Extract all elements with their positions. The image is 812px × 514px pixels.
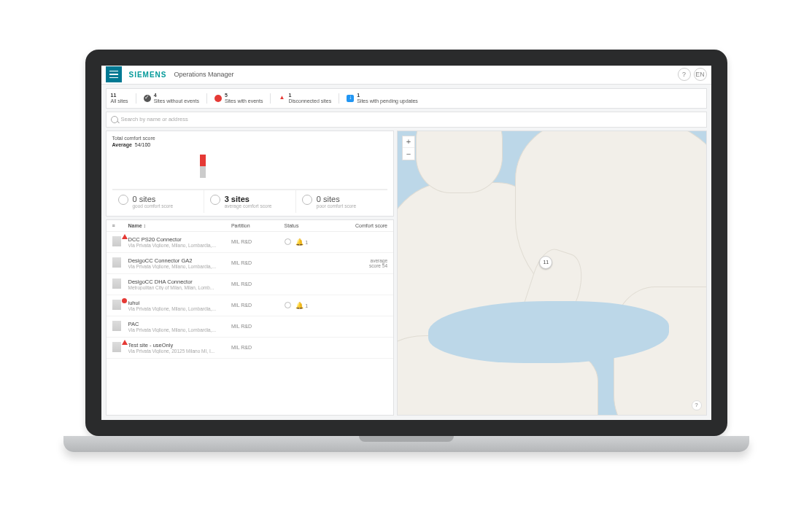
site-name: iuhui — [128, 300, 228, 306]
filter-bar: 11All sites ✓ 4Sites without events 5Sit… — [106, 88, 707, 109]
filter-without-events[interactable]: ✓ 4Sites without events — [144, 93, 199, 104]
avg-score-card[interactable]: 3 sitesaverage comfort score — [204, 190, 295, 213]
map-land — [416, 131, 502, 194]
site-status: 🔔 1 — [285, 238, 335, 246]
col-status[interactable]: Status — [285, 223, 335, 228]
table-row[interactable]: PACVia Privata Viglione, Milano, Lombard… — [107, 316, 394, 338]
sites-table: ≡ Name ↕ Partition Status Comfort score … — [106, 219, 395, 416]
table-row[interactable]: iuhuiVia Privata Viglione, Milano, Lomba… — [107, 295, 394, 316]
site-address: Via Privata Viglione, 20125 Milano MI, I… — [128, 348, 228, 354]
building-icon — [112, 342, 121, 352]
zoom-in-button[interactable]: + — [403, 136, 414, 148]
alert-triangle-icon — [122, 340, 128, 345]
table-row[interactable]: Test site - useOnlyVia Privata Viglione,… — [107, 338, 394, 359]
site-name: DesigoCC Connector GA2 — [128, 257, 228, 264]
site-partition: MIL R&D — [231, 260, 282, 265]
search-bar[interactable] — [106, 112, 707, 128]
laptop-base — [63, 436, 749, 452]
search-icon — [111, 116, 118, 123]
map-sea — [428, 301, 669, 364]
app-title: Operations Manager — [174, 71, 234, 78]
clock-icon — [285, 302, 291, 308]
help-icon[interactable]: ? — [678, 68, 691, 81]
bell-icon: 🔔 1 — [295, 238, 308, 246]
bell-icon: 🔔 1 — [295, 302, 308, 309]
top-bar: SIEMENS Operations Manager ? EN — [101, 66, 711, 85]
site-address: Via Privata Viglione, Milano, Lombardia,… — [128, 327, 228, 332]
table-row[interactable]: DesigoCC Connector GA2Via Privata Viglio… — [107, 253, 394, 274]
screen-bezel: SIEMENS Operations Manager ? EN 11All si… — [85, 50, 727, 436]
building-icon — [112, 236, 121, 246]
brand-logo: SIEMENS — [129, 71, 167, 79]
search-input[interactable] — [121, 116, 702, 122]
comfort-title: Total comfort score — [112, 136, 388, 141]
frown-icon — [302, 195, 312, 205]
site-partition: MIL R&D — [231, 324, 282, 329]
zoom-out-button[interactable]: − — [403, 148, 414, 160]
filter-pending-updates[interactable]: ↓ 1Sites with pending updates — [347, 93, 418, 104]
alert-dot-icon — [122, 298, 127, 303]
comfort-average: Average 54/100 — [112, 142, 388, 147]
language-badge[interactable]: EN — [694, 68, 707, 81]
site-status: 🔔 1 — [285, 302, 335, 309]
left-column: Total comfort score Average 54/100 0 sit… — [106, 131, 395, 416]
site-partition: MIL R&D — [231, 303, 282, 308]
filter-disconnected[interactable]: ▲ 1Disconnected sites — [278, 93, 331, 104]
gauge-needle — [200, 155, 206, 178]
site-name: DesigoCC DHA Connector — [128, 279, 228, 285]
red-dot-icon — [214, 95, 222, 102]
site-partition: MIL R&D — [231, 239, 282, 244]
building-icon — [112, 257, 121, 268]
site-name: DCC PS20 Connector — [128, 236, 228, 243]
map-help-icon[interactable]: ? — [692, 400, 702, 410]
app-screen: SIEMENS Operations Manager ? EN 11All si… — [101, 66, 711, 420]
site-address: Via Privata Viglione, Milano, Lombardia,… — [128, 264, 228, 269]
map-panel[interactable]: + − 11 ? — [397, 131, 706, 416]
filter-all-sites[interactable]: 11All sites — [111, 93, 128, 104]
smile-icon — [118, 195, 128, 205]
site-name: Test site - useOnly — [128, 342, 228, 348]
map-zoom-controls: + − — [402, 136, 415, 160]
table-header: ≡ Name ↕ Partition Status Comfort score — [107, 220, 394, 232]
site-name: PAC — [128, 321, 228, 327]
site-address: Via Privata Viglione, Milano, Lombardia,… — [128, 243, 228, 248]
col-partition[interactable]: Partition — [231, 223, 282, 228]
site-partition: MIL R&D — [231, 345, 282, 350]
table-row[interactable]: DCC PS20 ConnectorVia Privata Viglione, … — [107, 232, 394, 253]
building-icon — [112, 279, 121, 289]
building-icon — [112, 300, 121, 310]
neutral-icon — [210, 195, 220, 205]
map-cluster-marker[interactable]: 11 — [539, 256, 552, 269]
site-partition: MIL R&D — [231, 281, 282, 287]
filter-with-events[interactable]: 5Sites with events — [214, 93, 263, 104]
laptop-frame: SIEMENS Operations Manager ? EN 11All si… — [63, 50, 749, 465]
table-row[interactable]: DesigoCC DHA ConnectorMetropolitan City … — [107, 274, 394, 295]
site-address: Metropolitan City of Milan, Milan, Lomb.… — [128, 285, 228, 290]
good-score-card[interactable]: 0 sitesgood comfort score — [112, 190, 204, 213]
poor-score-card[interactable]: 0 sitespoor comfort score — [295, 190, 387, 213]
warning-icon: ▲ — [278, 95, 285, 102]
col-comfort[interactable]: Comfort score — [337, 223, 387, 228]
col-name[interactable]: Name ↕ — [128, 223, 228, 228]
check-icon: ✓ — [144, 95, 151, 102]
clock-icon — [285, 238, 291, 245]
main-area: Total comfort score Average 54/100 0 sit… — [101, 131, 711, 420]
pending-icon: ↓ — [347, 95, 354, 102]
filter-icon[interactable]: ≡ — [112, 223, 125, 228]
comfort-score-card: Total comfort score Average 54/100 0 sit… — [106, 131, 395, 217]
camera-dot — [403, 55, 409, 61]
site-comfort: averagescore 54 — [337, 258, 387, 268]
site-address: Via Privata Viglione, Milano, Lombardia,… — [128, 306, 228, 311]
comfort-gauge — [112, 150, 388, 190]
alert-triangle-icon — [122, 234, 128, 239]
table-body: DCC PS20 ConnectorVia Privata Viglione, … — [107, 232, 394, 415]
menu-icon[interactable] — [106, 66, 122, 82]
building-icon — [112, 321, 121, 331]
